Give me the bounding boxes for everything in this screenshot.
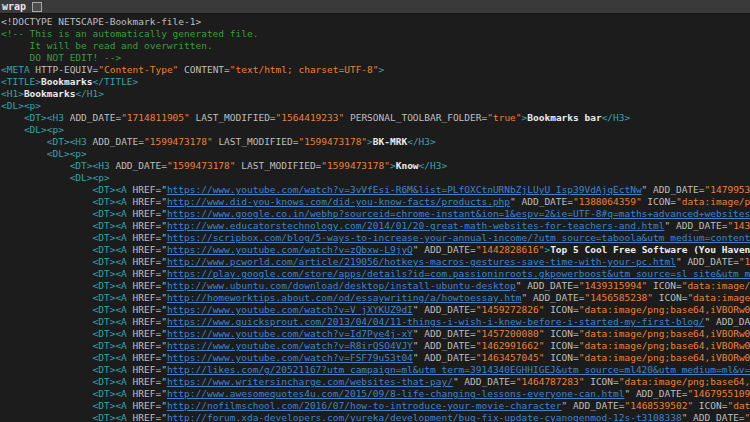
plain-token <box>1 364 93 375</box>
plain-token: LAST_MODIFIED= <box>213 136 299 147</box>
tag-token: <DT><A <box>93 196 127 207</box>
code-line: <DL><p> <box>1 172 750 184</box>
code-line: <DT><H3 ADD_DATE="1599473178" LAST_MODIF… <box>1 136 750 148</box>
plain-token: HREF=" <box>127 232 167 243</box>
plain-token: ICON= <box>653 292 687 303</box>
bookmark-url-link[interactable]: https://www.youtube.com/watch?v=FSF79uS3… <box>167 352 413 363</box>
bookmark-url-link[interactable]: http://www.awesomequotes4u.com/2015/09/8… <box>167 388 625 399</box>
tag-token: </H1> <box>75 88 104 99</box>
plain-token: " ADD_DATE= <box>624 388 687 399</box>
tag-token: <DT><A <box>93 232 127 243</box>
plain-token: HREF=" <box>127 304 167 315</box>
attr-value-token: "1468539502" <box>624 400 693 411</box>
bookmark-url-link[interactable]: https://play.google.com/store/apps/detai… <box>167 268 750 279</box>
plain-token <box>1 172 70 183</box>
bookmark-url-link[interactable]: https://scripbox.com/blog/5-ways-to-incr… <box>167 232 750 243</box>
wrap-checkbox[interactable] <box>32 2 42 12</box>
tag-token: <H1> <box>1 88 24 99</box>
plain-token: ADD_DATE= <box>110 160 167 171</box>
bookmark-url-link[interactable]: https://www.youtube.com/watch?v=zQbxw-L9… <box>167 244 413 255</box>
comment-token: <!-- This is an automatically generated … <box>1 28 258 39</box>
tag-token: <DT><A <box>93 412 127 422</box>
bookmark-url-link[interactable]: https://www.quicksprout.com/2013/04/04/1… <box>167 316 705 327</box>
plain-token <box>1 340 93 351</box>
bookmark-url-link[interactable]: http://www.educatorstechnology.com/2014/… <box>167 220 665 231</box>
attr-value-token: "14799536 <box>705 184 750 195</box>
attr-value-token: "1467955109" <box>687 388 750 399</box>
plain-token: PERSONAL_TOOLBAR_FOLDER= <box>344 112 487 123</box>
plain-token: ICON= <box>544 328 578 339</box>
bookmark-url-link[interactable]: https://www.youtube.com/watch?v=V_jXYKUZ… <box>167 304 413 315</box>
attr-value-token: "1599473178" <box>321 160 390 171</box>
plain-token <box>1 400 93 411</box>
plain-token: ADD_DATE= <box>64 112 121 123</box>
tag-token: <DL><p> <box>47 148 87 159</box>
code-line: <DT><A HREF="http://www.awesomequotes4u.… <box>1 388 750 400</box>
bookmark-url-link[interactable]: https://www.youtube.com/watch?v=Id7Pye4j… <box>167 328 413 339</box>
attr-value-token: "text/html; charset=UTF-8" <box>230 64 379 75</box>
plain-token <box>1 148 47 159</box>
bookmark-url-link[interactable]: http://homeworktips.about.com/od/essaywr… <box>167 292 522 303</box>
code-line: <DT><A HREF="https://www.youtube.com/wat… <box>1 352 750 364</box>
code-line: <DL><p> <box>1 148 750 160</box>
tag-token: <DL><p> <box>1 100 41 111</box>
bookmark-url-link[interactable]: http://www.pcworld.com/article/219056/ho… <box>167 256 676 267</box>
plain-token <box>1 292 93 303</box>
bookmark-url-link[interactable]: http://nofilmschool.com/2016/07/how-to-i… <box>167 400 562 411</box>
plain-token: " ADD_DATE= <box>413 340 476 351</box>
code-line: <DT><A HREF="http://homeworktips.about.c… <box>1 292 750 304</box>
bookmark-url-link[interactable]: http://forum.xda-developers.com/yureka/d… <box>167 412 682 422</box>
bookmark-title-text: Bookmarks <box>41 76 92 87</box>
attr-value-token: "1599473178" <box>298 136 367 147</box>
plain-token: HREF=" <box>127 388 167 399</box>
comment-token: DO NOT EDIT! --> <box>1 52 121 63</box>
plain-token: ICON= <box>544 340 578 351</box>
attr-value-token: "1464787283" <box>516 376 585 387</box>
plain-token: " ADD_DATE= <box>562 400 625 411</box>
code-line: <DT><H3 ADD_DATE="1714811905" LAST_MODIF… <box>1 112 750 124</box>
plain-token <box>1 316 93 327</box>
attr-value-token: "1462991662" <box>476 340 545 351</box>
attr-value-token: "1714811905" <box>121 112 190 123</box>
attr-value-token: "1564419233" <box>276 112 345 123</box>
plain-token <box>1 124 24 135</box>
plain-token: " ADD_DATE= <box>682 412 745 422</box>
code-line: <DT><A HREF="https://www.google.co.in/we… <box>1 208 750 220</box>
attr-value-token: "data:image/p <box>682 280 750 291</box>
attr-value-token: "1388064359" <box>573 196 642 207</box>
plain-token: " ADD_DATE= <box>413 244 476 255</box>
attr-value-token: "1463457045" <box>476 352 545 363</box>
plain-token: HREF=" <box>127 268 167 279</box>
attr-value-token: "1 <box>745 412 750 422</box>
bookmark-url-link[interactable]: https://www.google.co.in/webhp?sourceid=… <box>167 208 750 219</box>
tag-token: <DT><A <box>93 208 127 219</box>
code-line: <!-- This is an automatically generated … <box>1 28 750 40</box>
code-line: <DT><A HREF="https://www.youtube.com/wat… <box>1 184 750 196</box>
bookmark-title-text: Know <box>396 160 419 171</box>
code-line: <DT><A HREF="http://www.ubuntu.com/downl… <box>1 280 750 292</box>
attr-value-token: "Content-Type" <box>98 64 178 75</box>
bookmark-url-link[interactable]: http://www.did-you-knows.com/did-you-kno… <box>167 196 510 207</box>
plain-token <box>1 184 93 195</box>
bookmark-url-link[interactable]: https://www.youtube.com/watch?v=3vVfEsi-… <box>167 184 642 195</box>
attr-value-token: "1439315994" <box>579 280 648 291</box>
plain-token <box>1 352 93 363</box>
bookmark-url-link[interactable]: http://www.ubuntu.com/download/desktop/i… <box>167 280 516 291</box>
tag-token: <DT><A <box>93 292 127 303</box>
plain-token: ICON= <box>544 304 578 315</box>
code-line: <DT><H3 ADD_DATE="1599473178" LAST_MODIF… <box>1 160 750 172</box>
bookmark-url-link[interactable]: http://likes.com/g/20521167?utm_campaign… <box>167 364 750 375</box>
bookmark-url-link[interactable]: https://www.writersincharge.com/websites… <box>167 376 453 387</box>
plain-token: HREF=" <box>127 184 167 195</box>
tag-token: <DT><A <box>93 328 127 339</box>
tag-token: <DT><H3 <box>47 136 87 147</box>
bookmark-url-link[interactable]: https://www.youtube.com/watch?v=R8irQSO4… <box>167 340 413 351</box>
plain-token: HREF=" <box>127 244 167 255</box>
plain-token: " ADD_DATE= <box>453 376 516 387</box>
code-line: <DT><A HREF="http://nofilmschool.com/201… <box>1 400 750 412</box>
plain-token: " ADD_DATE= <box>413 352 476 363</box>
tag-token: <DT><A <box>93 340 127 351</box>
plain-token: HREF=" <box>127 412 167 422</box>
attr-value-token: "1457200080" <box>476 328 545 339</box>
attr-value-token: "1459272826" <box>476 304 545 315</box>
